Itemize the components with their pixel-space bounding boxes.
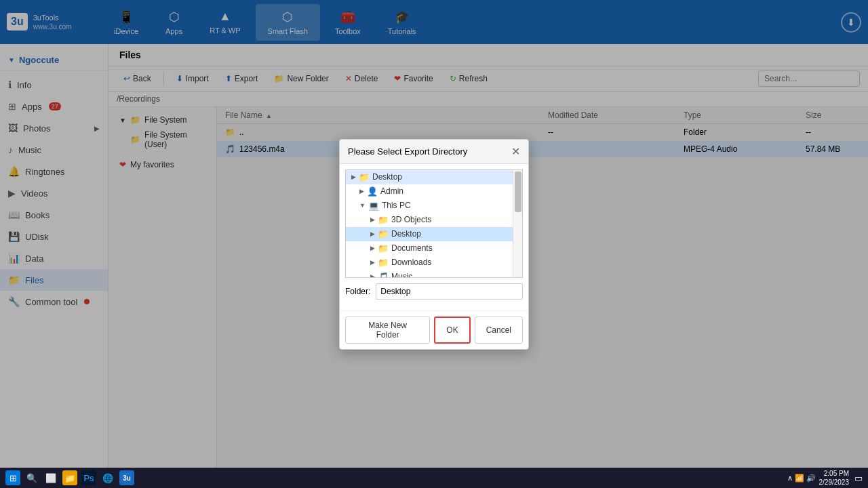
folder-input[interactable] [376, 283, 523, 300]
tree-node-3dobjects[interactable]: ▶ 📁 3D Objects [346, 213, 522, 227]
taskbar-taskview-icon[interactable]: ⬜ [43, 470, 58, 485]
expand-arrow-icon: ▶ [370, 245, 375, 251]
expand-arrow-icon: ▼ [359, 202, 366, 209]
dialog-close-button[interactable]: ✕ [511, 145, 520, 158]
taskbar: ⊞ 🔍 ⬜ 📁 Ps 🌐 3u ∧ 📶 🔊 2:05 PM 2/29/2023 … [0, 468, 868, 488]
dialog-body: ▶ 📁 Desktop ▶ 👤 Admin ▼ 💻 This PC ▶ 📁 [340, 164, 528, 310]
taskbar-show-desktop[interactable]: ▭ [854, 473, 863, 483]
desktop-folder-icon: 📁 [359, 172, 370, 182]
export-directory-dialog: Please Select Export Directory ✕ ▶ 📁 Des… [339, 139, 529, 350]
ok-button[interactable]: OK [434, 317, 470, 344]
expand-arrow-icon: ▶ [359, 188, 364, 195]
cancel-button[interactable]: Cancel [475, 317, 523, 344]
downloads-icon: 📁 [378, 258, 389, 268]
folder-input-row: Folder: [345, 283, 523, 300]
expand-arrow-icon: ▶ [370, 259, 375, 266]
dialog-footer: Make New Folder OK Cancel [340, 310, 528, 349]
folder-label: Folder: [345, 287, 370, 296]
desktop-child-icon: 📁 [378, 229, 389, 239]
expand-arrow-icon: ▶ [370, 216, 375, 223]
tree-node-admin[interactable]: ▶ 👤 Admin [346, 184, 522, 199]
expand-arrow-icon: ▶ [370, 230, 375, 237]
folder-tree: ▶ 📁 Desktop ▶ 👤 Admin ▼ 💻 This PC ▶ 📁 [345, 169, 523, 278]
tree-node-thispc[interactable]: ▼ 💻 This PC [346, 199, 522, 213]
taskbar-system-icons: ∧ 📶 🔊 [787, 474, 816, 483]
taskbar-photoshop-icon[interactable]: Ps [81, 470, 96, 485]
dialog-overlay: Please Select Export Directory ✕ ▶ 📁 Des… [0, 0, 868, 488]
taskbar-explorer-icon[interactable]: 📁 [62, 470, 77, 485]
taskbar-3utools-icon[interactable]: 3u [119, 470, 134, 485]
dialog-title: Please Select Export Directory ✕ [340, 140, 528, 164]
scroll-thumb [515, 171, 521, 212]
tree-node-documents[interactable]: ▶ 📁 Documents [346, 241, 522, 256]
tree-node-desktop-child[interactable]: ▶ 📁 Desktop [346, 227, 522, 241]
make-new-folder-button[interactable]: Make New Folder [345, 317, 430, 344]
tree-node-downloads[interactable]: ▶ 📁 Downloads [346, 256, 522, 270]
taskbar-chrome-icon[interactable]: 🌐 [100, 470, 115, 485]
admin-icon: 👤 [367, 186, 378, 197]
music-folder-icon: 🎵 [378, 272, 389, 278]
3dobjects-icon: 📁 [378, 215, 389, 225]
folder-tree-scrollbar[interactable] [513, 170, 522, 277]
thispc-icon: 💻 [368, 201, 379, 211]
taskbar-search-icon[interactable]: 🔍 [24, 470, 39, 485]
tree-node-music[interactable]: ▶ 🎵 Music [346, 270, 522, 278]
taskbar-right: ∧ 📶 🔊 2:05 PM 2/29/2023 ▭ [787, 469, 863, 487]
taskbar-windows-icon[interactable]: ⊞ [5, 470, 20, 485]
expand-arrow-icon: ▶ [370, 273, 375, 278]
tree-node-desktop-root[interactable]: ▶ 📁 Desktop [346, 170, 522, 184]
documents-icon: 📁 [378, 243, 389, 253]
expand-arrow-icon: ▶ [351, 174, 356, 180]
taskbar-time: 2:05 PM 2/29/2023 [819, 469, 850, 487]
